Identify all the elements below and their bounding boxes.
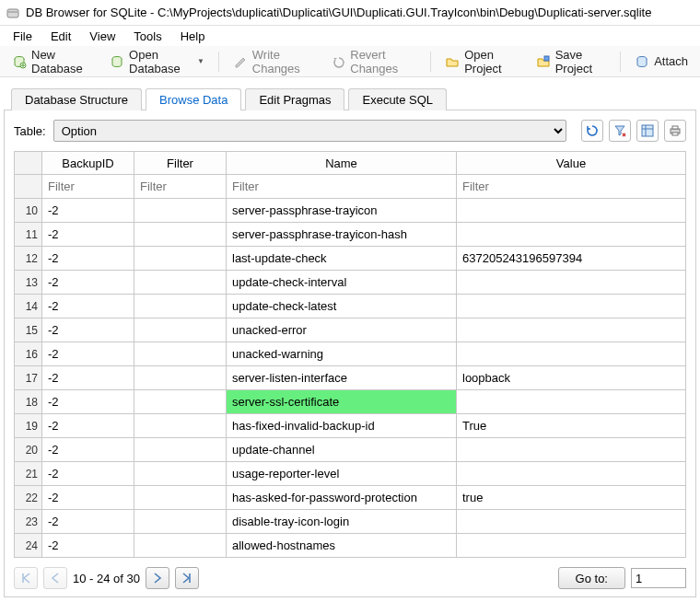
cell[interactable]: 18 <box>14 390 41 414</box>
cell[interactable] <box>456 390 685 414</box>
cell[interactable] <box>134 510 226 534</box>
cell[interactable] <box>134 318 226 342</box>
filter-name[interactable] <box>227 175 456 198</box>
col-backupid[interactable]: BackupID <box>41 151 134 175</box>
cell[interactable]: 15 <box>14 318 41 342</box>
cell[interactable]: server-passphrase-trayicon-hash <box>226 223 456 247</box>
col-filter[interactable]: Filter <box>134 151 226 175</box>
cell[interactable] <box>134 534 226 558</box>
cell[interactable] <box>456 342 685 366</box>
cell[interactable]: -2 <box>41 414 134 438</box>
cell[interactable]: unacked-error <box>226 318 456 342</box>
cell[interactable]: usage-reporter-level <box>226 462 456 486</box>
cell[interactable] <box>134 438 226 462</box>
table-row[interactable]: 15-2unacked-error <box>14 318 685 342</box>
cell[interactable]: 637205243196597394 <box>456 247 685 271</box>
cell[interactable]: -2 <box>41 534 134 558</box>
cell[interactable]: -2 <box>41 318 134 342</box>
cell[interactable] <box>134 342 226 366</box>
cell[interactable]: 20 <box>14 438 41 462</box>
cell[interactable]: -2 <box>41 295 134 318</box>
cell[interactable] <box>134 462 226 486</box>
table-row[interactable]: 21-2usage-reporter-level <box>14 462 685 486</box>
cell[interactable]: 23 <box>14 510 41 534</box>
cell[interactable]: allowed-hostnames <box>226 534 456 558</box>
cell[interactable]: -2 <box>41 247 134 271</box>
cell[interactable]: -2 <box>41 271 134 295</box>
cell[interactable]: 19 <box>14 414 41 438</box>
cell[interactable]: -2 <box>41 223 134 247</box>
cell[interactable]: server-listen-interface <box>226 366 456 390</box>
cell[interactable]: 17 <box>14 366 41 390</box>
cell[interactable]: true <box>456 486 685 510</box>
tab-pragmas[interactable]: Edit Pragmas <box>245 88 344 110</box>
cell[interactable]: True <box>456 414 685 438</box>
cell[interactable]: update-check-latest <box>226 295 456 318</box>
cell[interactable] <box>456 534 685 558</box>
table-row[interactable]: 13-2update-check-interval <box>14 271 685 295</box>
cell[interactable]: 14 <box>14 295 41 318</box>
cell[interactable]: -2 <box>41 486 134 510</box>
goto-button[interactable]: Go to: <box>558 567 625 589</box>
menu-file[interactable]: File <box>4 28 41 45</box>
save-project-button[interactable]: Save Project <box>528 50 615 74</box>
table-row[interactable]: 22-2has-asked-for-password-protectiontru… <box>14 486 685 510</box>
cell[interactable] <box>134 271 226 295</box>
new-database-button[interactable]: New Database <box>4 50 99 74</box>
menu-help[interactable]: Help <box>171 28 215 45</box>
cell[interactable] <box>456 510 685 534</box>
cell[interactable] <box>456 199 685 223</box>
open-project-button[interactable]: Open Project <box>437 50 525 74</box>
table-row[interactable]: 11-2server-passphrase-trayicon-hash <box>14 223 685 247</box>
cell[interactable]: 11 <box>14 223 41 247</box>
col-value[interactable]: Value <box>456 151 685 175</box>
cell[interactable]: disable-tray-icon-login <box>226 510 456 534</box>
cell[interactable]: unacked-warning <box>226 342 456 366</box>
cell[interactable]: has-fixed-invalid-backup-id <box>226 414 456 438</box>
print-button[interactable] <box>664 120 686 142</box>
cell[interactable]: 16 <box>14 342 41 366</box>
cell[interactable] <box>134 486 226 510</box>
cell[interactable] <box>456 271 685 295</box>
cell[interactable]: -2 <box>41 366 134 390</box>
cell[interactable] <box>134 390 226 414</box>
cell[interactable] <box>134 414 226 438</box>
clear-filters-button[interactable] <box>609 120 631 142</box>
cell[interactable] <box>134 199 226 223</box>
tab-browse-data[interactable]: Browse Data <box>146 88 241 110</box>
cell[interactable] <box>134 223 226 247</box>
table-row[interactable]: 18-2server-ssl-certificate <box>14 390 685 414</box>
cell[interactable]: 22 <box>14 486 41 510</box>
cell[interactable]: -2 <box>41 199 134 223</box>
table-row[interactable]: 16-2unacked-warning <box>14 342 685 366</box>
cell[interactable] <box>456 438 685 462</box>
cell[interactable]: server-passphrase-trayicon <box>226 199 456 223</box>
filter-backupid[interactable] <box>42 175 134 198</box>
cell[interactable]: -2 <box>41 438 134 462</box>
filter-filter[interactable] <box>134 175 226 198</box>
refresh-button[interactable] <box>581 120 603 142</box>
menu-view[interactable]: View <box>80 28 124 45</box>
table-row[interactable]: 12-2last-update-check637205243196597394 <box>14 247 685 271</box>
cell[interactable]: last-update-check <box>226 247 456 271</box>
cell[interactable]: 10 <box>14 199 41 223</box>
filter-value[interactable] <box>457 175 685 198</box>
page-first-button[interactable] <box>14 567 38 589</box>
tab-execute-sql[interactable]: Execute SQL <box>348 88 447 110</box>
page-prev-button[interactable] <box>43 567 67 589</box>
cell[interactable] <box>134 247 226 271</box>
cell[interactable]: 21 <box>14 462 41 486</box>
cell[interactable]: update-check-interval <box>226 271 456 295</box>
cell[interactable]: loopback <box>456 366 685 390</box>
cell[interactable]: server-ssl-certificate <box>226 390 456 414</box>
open-database-button[interactable]: Open Database ▼ <box>101 50 213 74</box>
cell[interactable] <box>456 223 685 247</box>
cell[interactable]: has-asked-for-password-protection <box>226 486 456 510</box>
goto-input[interactable] <box>631 568 686 588</box>
cell[interactable]: 12 <box>14 247 41 271</box>
table-select[interactable]: Option <box>53 120 566 142</box>
cell[interactable] <box>456 318 685 342</box>
cell[interactable]: -2 <box>41 390 134 414</box>
cell[interactable] <box>456 462 685 486</box>
tab-structure[interactable]: Database Structure <box>11 88 142 110</box>
